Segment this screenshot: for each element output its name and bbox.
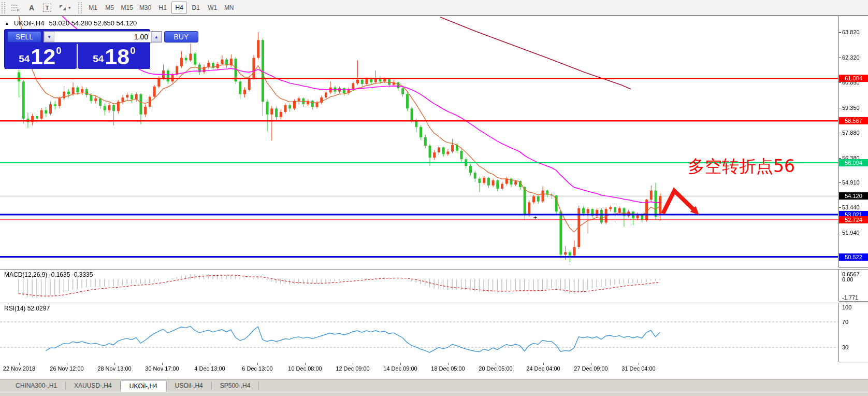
price-level-badge: 61.084 — [839, 75, 868, 82]
chart-tab-sp500-h4[interactable]: SP500-,H4 — [212, 379, 259, 392]
arrows-icon — [58, 4, 67, 12]
time-tick — [114, 363, 115, 365]
buy-quote[interactable]: 54 18 0 — [79, 44, 150, 69]
sell-quote[interactable]: 54 12 0 — [5, 44, 76, 69]
time-axis-label: 26 Nov 12:00 — [41, 365, 93, 372]
macd-label: MACD(12,26,9) -0.1635 -0.3335 — [4, 271, 93, 278]
time-axis-label: 20 Dec 05:00 — [470, 365, 522, 372]
time-axis-label: 22 Nov 2018 — [0, 365, 45, 372]
time-axis-label: 12 Dec 09:00 — [327, 365, 379, 372]
rsi-indicator-pane: RSI(14) 52.0297 1007030 — [0, 303, 868, 362]
chart-tab-xauusd-h4[interactable]: XAUUSD-,H4 — [66, 379, 120, 392]
time-tick — [496, 363, 496, 365]
price-tick — [839, 133, 841, 133]
collapse-triangle-icon[interactable]: ▲ — [5, 21, 9, 26]
font-icon[interactable]: A — [24, 2, 39, 14]
price-level-badge: 54.120 — [839, 192, 868, 200]
price-tick — [839, 158, 841, 159]
time-tick — [639, 363, 639, 365]
price-tick-label: 54.910 — [842, 179, 860, 186]
price-level-badge: 58.567 — [839, 117, 868, 124]
timeframe-button-group: M1M5M15M30H1H4D1W1MN — [85, 2, 238, 14]
timeframe-button-d1[interactable]: D1 — [188, 2, 204, 14]
volume-input[interactable] — [54, 32, 151, 42]
sell-quote-whole: 54 — [19, 53, 30, 65]
top-toolbar: F A T ▾ M1M5M15M30H1H4D1W1MN — [0, 0, 868, 16]
timeframe-button-w1[interactable]: W1 — [205, 2, 220, 14]
price-tick — [839, 108, 841, 108]
price-tick — [839, 182, 841, 183]
macd-scale-label: -1.771 — [842, 294, 858, 301]
volume-stepper: ▼ ▲ — [44, 31, 162, 43]
timeframe-button-h4[interactable]: H4 — [171, 2, 187, 14]
volume-decrease-button[interactable]: ▼ — [44, 32, 54, 42]
rsi-scale-label: 30 — [842, 344, 848, 350]
price-level-badge: 56.094 — [839, 159, 868, 166]
rsi-canvas[interactable] — [0, 303, 839, 363]
fibonacci-retracement-icon[interactable]: F — [8, 2, 24, 14]
chart-tab-china300-h1[interactable]: CHINA300-,H1 — [7, 379, 65, 392]
time-axis-label: 30 Nov 17:00 — [136, 365, 188, 372]
volume-increase-button[interactable]: ▲ — [151, 32, 162, 42]
price-tick-label: 53.440 — [842, 204, 860, 210]
timeframe-button-h1[interactable]: H1 — [155, 2, 170, 14]
time-tick — [591, 363, 591, 365]
chart-symbol-header: ▲ UKOil-,H4 53.020 54.280 52.650 54.120 — [5, 19, 137, 27]
time-axis[interactable]: 22 Nov 201826 Nov 12:0028 Nov 13:0030 No… — [0, 363, 868, 379]
time-axis-label: 28 Nov 13:00 — [89, 365, 140, 372]
price-tick-label: 63.820 — [842, 29, 860, 35]
buy-quote-pips: 18 — [105, 47, 129, 67]
time-tick — [305, 363, 306, 365]
chinese-annotation-text[interactable]: 多空转折点56 — [688, 155, 795, 178]
time-axis-label: 6 Dec 13:00 — [232, 365, 283, 372]
crosshair-marker: + — [533, 214, 538, 221]
price-tick-label: 62.320 — [842, 54, 860, 61]
time-axis-label: 14 Dec 09:00 — [374, 365, 426, 372]
timeframe-button-m1[interactable]: M1 — [85, 2, 101, 14]
price-tick — [839, 207, 841, 208]
chart-tab-usoil-h4[interactable]: USOil-,H4 — [167, 379, 211, 392]
buy-quote-whole: 54 — [93, 53, 104, 65]
macd-canvas[interactable] — [0, 270, 839, 302]
price-chart-pane: ▲ UKOil-,H4 53.020 54.280 52.650 54.120 … — [0, 16, 868, 268]
timeframe-button-m15[interactable]: M15 — [119, 2, 136, 14]
sell-button[interactable]: SELL — [7, 31, 41, 43]
time-tick — [162, 363, 163, 365]
time-axis-label: 27 Dec 09:00 — [565, 365, 617, 372]
time-tick — [353, 363, 353, 365]
trading-terminal-window: F A T ▾ M1M5M15M30H1H4D1W1MN ▲ UKOil-,H4… — [0, 0, 868, 396]
price-level-badge: 52.724 — [839, 216, 868, 223]
chevron-down-icon[interactable]: ▾ — [68, 5, 71, 10]
rsi-label: RSI(14) 52.0297 — [4, 305, 50, 312]
time-axis-label: 24 Dec 04:00 — [517, 365, 569, 372]
trade-panel-controls: SELL ▼ ▲ BUY — [5, 30, 150, 44]
price-level-badge: 50.522 — [839, 253, 868, 261]
chart-tab-ukoil-h4[interactable]: UKOil-,H4 — [121, 380, 166, 392]
time-axis-label: 18 Dec 05:00 — [422, 365, 474, 372]
price-tick — [839, 58, 841, 58]
svg-text:F: F — [17, 8, 20, 12]
time-tick — [19, 363, 20, 365]
timeframe-button-m5[interactable]: M5 — [102, 2, 118, 14]
sell-quote-pips: 12 — [31, 47, 55, 67]
toolbar-drag-handle[interactable] — [2, 2, 5, 13]
time-axis-label: 10 Dec 08:00 — [279, 365, 331, 372]
trade-panel-quotes: 54 12 0 54 18 0 — [5, 44, 150, 69]
macd-scale-label: 0.00 — [842, 276, 853, 282]
timeframe-button-mn[interactable]: MN — [221, 2, 237, 14]
ohlc-readout: 53.020 54.280 52.650 54.120 — [49, 19, 137, 27]
buy-button[interactable]: BUY — [164, 31, 198, 43]
text-label-icon[interactable]: T — [39, 2, 55, 14]
timeframe-button-m30[interactable]: M30 — [137, 2, 154, 14]
toolbar-drag-handle[interactable] — [78, 2, 82, 13]
price-tick-label: 57.880 — [842, 130, 860, 136]
buy-quote-point: 0 — [130, 45, 136, 56]
macd-indicator-pane: MACD(12,26,9) -0.1635 -0.3335 0.65670.00… — [0, 269, 868, 302]
price-tick — [839, 32, 841, 33]
price-tick-label: 51.940 — [842, 230, 860, 236]
time-tick — [67, 363, 67, 365]
price-tick — [839, 233, 841, 233]
price-tick-label: 59.350 — [842, 105, 860, 111]
chart-tab-bar: CHINA300-,H1XAUUSD-,H4UKOil-,H4USOil-,H4… — [0, 379, 868, 392]
text-label-icon: T — [43, 4, 51, 12]
